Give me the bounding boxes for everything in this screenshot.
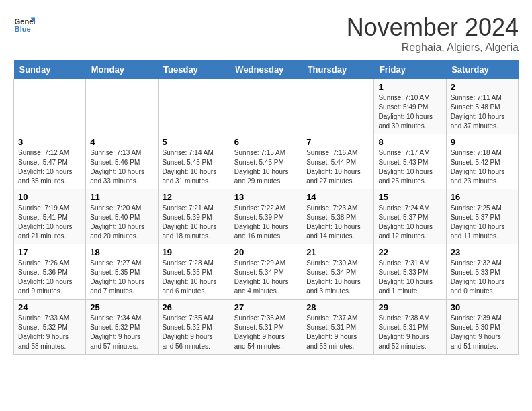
calendar-cell: 16Sunrise: 7:25 AMSunset: 5:37 PMDayligh… — [446, 189, 518, 244]
day-info: Sunrise: 7:35 AMSunset: 5:32 PMDaylight:… — [163, 314, 226, 351]
day-info: Sunrise: 7:29 AMSunset: 5:34 PMDaylight:… — [234, 259, 298, 296]
location-subtitle: Reghaia, Algiers, Algeria — [347, 42, 519, 54]
day-info: Sunrise: 7:23 AMSunset: 5:38 PMDaylight:… — [306, 203, 369, 241]
day-info: Sunrise: 7:15 AMSunset: 5:45 PMDaylight:… — [234, 148, 298, 186]
day-number: 28 — [306, 302, 369, 312]
day-number: 30 — [451, 302, 514, 312]
calendar-cell — [86, 79, 158, 134]
calendar-cell — [302, 79, 374, 134]
day-number: 12 — [163, 192, 226, 202]
day-number: 19 — [163, 247, 226, 257]
day-info: Sunrise: 7:14 AMSunset: 5:45 PMDaylight:… — [163, 148, 226, 186]
day-info: Sunrise: 7:19 AMSunset: 5:41 PMDaylight:… — [18, 203, 81, 241]
day-number: 14 — [306, 192, 369, 202]
day-info: Sunrise: 7:34 AMSunset: 5:32 PMDaylight:… — [90, 314, 153, 351]
calendar-cell — [14, 79, 86, 134]
day-number: 22 — [378, 247, 441, 257]
svg-text:Blue: Blue — [15, 25, 31, 33]
logo-icon: General Blue — [13, 13, 35, 35]
day-info: Sunrise: 7:16 AMSunset: 5:44 PMDaylight:… — [306, 148, 369, 186]
calendar-cell: 21Sunrise: 7:30 AMSunset: 5:34 PMDayligh… — [302, 244, 374, 300]
calendar-cell: 24Sunrise: 7:33 AMSunset: 5:32 PMDayligh… — [14, 300, 86, 355]
day-info: Sunrise: 7:39 AMSunset: 5:30 PMDaylight:… — [451, 314, 514, 351]
calendar-cell: 30Sunrise: 7:39 AMSunset: 5:30 PMDayligh… — [446, 300, 518, 355]
day-info: Sunrise: 7:21 AMSunset: 5:39 PMDaylight:… — [163, 203, 226, 241]
calendar-cell: 7Sunrise: 7:16 AMSunset: 5:44 PMDaylight… — [302, 134, 374, 189]
day-number: 16 — [451, 192, 514, 202]
day-info: Sunrise: 7:32 AMSunset: 5:33 PMDaylight:… — [451, 259, 514, 296]
day-info: Sunrise: 7:20 AMSunset: 5:40 PMDaylight:… — [90, 203, 153, 241]
page-header: General Blue November 2024 Reghaia, Algi… — [13, 13, 519, 54]
calendar-cell: 17Sunrise: 7:26 AMSunset: 5:36 PMDayligh… — [14, 244, 86, 300]
day-info: Sunrise: 7:36 AMSunset: 5:31 PMDaylight:… — [234, 314, 298, 351]
weekday-header-wednesday: Wednesday — [230, 60, 302, 79]
day-number: 24 — [18, 302, 81, 312]
calendar-cell: 5Sunrise: 7:14 AMSunset: 5:45 PMDaylight… — [158, 134, 230, 189]
day-info: Sunrise: 7:24 AMSunset: 5:37 PMDaylight:… — [378, 203, 441, 241]
day-info: Sunrise: 7:22 AMSunset: 5:39 PMDaylight:… — [234, 203, 298, 241]
calendar-cell: 19Sunrise: 7:28 AMSunset: 5:35 PMDayligh… — [158, 244, 230, 300]
day-number: 1 — [378, 82, 441, 92]
day-number: 25 — [90, 302, 153, 312]
day-number: 3 — [18, 137, 81, 147]
calendar-cell — [158, 79, 230, 134]
month-title: November 2024 — [347, 13, 519, 42]
day-info: Sunrise: 7:17 AMSunset: 5:43 PMDaylight:… — [378, 148, 441, 186]
day-number: 10 — [18, 192, 81, 202]
day-info: Sunrise: 7:38 AMSunset: 5:31 PMDaylight:… — [378, 314, 441, 351]
day-info: Sunrise: 7:31 AMSunset: 5:33 PMDaylight:… — [378, 259, 441, 296]
day-info: Sunrise: 7:18 AMSunset: 5:42 PMDaylight:… — [451, 148, 514, 186]
day-number: 27 — [234, 302, 298, 312]
day-number: 2 — [451, 82, 514, 92]
calendar-week-4: 17Sunrise: 7:26 AMSunset: 5:36 PMDayligh… — [14, 244, 519, 300]
calendar-week-5: 24Sunrise: 7:33 AMSunset: 5:32 PMDayligh… — [14, 300, 519, 355]
calendar-cell: 22Sunrise: 7:31 AMSunset: 5:33 PMDayligh… — [374, 244, 446, 300]
day-number: 17 — [18, 247, 81, 257]
day-number: 26 — [163, 302, 226, 312]
day-number: 9 — [451, 137, 514, 147]
day-number: 21 — [306, 247, 369, 257]
day-number: 29 — [378, 302, 441, 312]
title-block: November 2024 Reghaia, Algiers, Algeria — [347, 13, 519, 54]
weekday-header-saturday: Saturday — [446, 60, 518, 79]
day-number: 4 — [90, 137, 153, 147]
day-number: 18 — [90, 247, 153, 257]
day-number: 23 — [451, 247, 514, 257]
calendar-cell: 8Sunrise: 7:17 AMSunset: 5:43 PMDaylight… — [374, 134, 446, 189]
day-number: 20 — [234, 247, 298, 257]
calendar-cell: 27Sunrise: 7:36 AMSunset: 5:31 PMDayligh… — [230, 300, 302, 355]
day-info: Sunrise: 7:13 AMSunset: 5:46 PMDaylight:… — [90, 148, 153, 186]
day-info: Sunrise: 7:28 AMSunset: 5:35 PMDaylight:… — [163, 259, 226, 296]
day-info: Sunrise: 7:33 AMSunset: 5:32 PMDaylight:… — [18, 314, 81, 351]
day-number: 8 — [378, 137, 441, 147]
day-number: 6 — [234, 137, 298, 147]
weekday-header-friday: Friday — [374, 60, 446, 79]
calendar-cell: 10Sunrise: 7:19 AMSunset: 5:41 PMDayligh… — [14, 189, 86, 244]
day-info: Sunrise: 7:26 AMSunset: 5:36 PMDaylight:… — [18, 259, 81, 296]
calendar-cell: 23Sunrise: 7:32 AMSunset: 5:33 PMDayligh… — [446, 244, 518, 300]
day-info: Sunrise: 7:12 AMSunset: 5:47 PMDaylight:… — [18, 148, 81, 186]
calendar-cell: 11Sunrise: 7:20 AMSunset: 5:40 PMDayligh… — [86, 189, 158, 244]
calendar-week-2: 3Sunrise: 7:12 AMSunset: 5:47 PMDaylight… — [14, 134, 519, 189]
calendar-cell: 20Sunrise: 7:29 AMSunset: 5:34 PMDayligh… — [230, 244, 302, 300]
weekday-header-sunday: Sunday — [14, 60, 86, 79]
calendar-cell: 4Sunrise: 7:13 AMSunset: 5:46 PMDaylight… — [86, 134, 158, 189]
calendar-cell: 25Sunrise: 7:34 AMSunset: 5:32 PMDayligh… — [86, 300, 158, 355]
day-info: Sunrise: 7:37 AMSunset: 5:31 PMDaylight:… — [306, 314, 369, 351]
day-info: Sunrise: 7:11 AMSunset: 5:48 PMDaylight:… — [451, 93, 514, 131]
calendar-week-1: 1Sunrise: 7:10 AMSunset: 5:49 PMDaylight… — [14, 79, 519, 134]
day-number: 15 — [378, 192, 441, 202]
weekday-header-thursday: Thursday — [302, 60, 374, 79]
day-number: 11 — [90, 192, 153, 202]
weekday-header-row: SundayMondayTuesdayWednesdayThursdayFrid… — [14, 60, 519, 79]
calendar-cell — [230, 79, 302, 134]
day-info: Sunrise: 7:10 AMSunset: 5:49 PMDaylight:… — [378, 93, 441, 131]
calendar-cell: 29Sunrise: 7:38 AMSunset: 5:31 PMDayligh… — [374, 300, 446, 355]
calendar-cell: 3Sunrise: 7:12 AMSunset: 5:47 PMDaylight… — [14, 134, 86, 189]
calendar-cell: 14Sunrise: 7:23 AMSunset: 5:38 PMDayligh… — [302, 189, 374, 244]
calendar-week-3: 10Sunrise: 7:19 AMSunset: 5:41 PMDayligh… — [14, 189, 519, 244]
calendar-table: SundayMondayTuesdayWednesdayThursdayFrid… — [13, 60, 519, 355]
calendar-cell: 28Sunrise: 7:37 AMSunset: 5:31 PMDayligh… — [302, 300, 374, 355]
logo: General Blue — [13, 13, 35, 35]
calendar-cell: 13Sunrise: 7:22 AMSunset: 5:39 PMDayligh… — [230, 189, 302, 244]
